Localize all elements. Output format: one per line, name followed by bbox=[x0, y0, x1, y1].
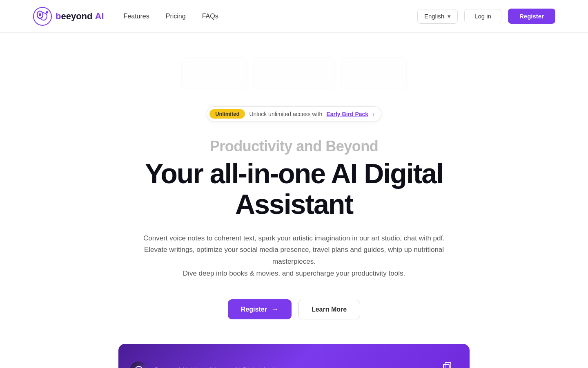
hero-desc-line1: Convert voice notes to coherent text, sp… bbox=[143, 234, 445, 242]
nav-link-pricing[interactable]: Pricing bbox=[166, 13, 186, 20]
copy-link-icon bbox=[441, 361, 453, 368]
badge-unlimited: Unlimited bbox=[209, 109, 245, 119]
decorative-card-3 bbox=[341, 57, 407, 90]
register-arrow-icon: → bbox=[271, 305, 278, 314]
svg-point-4 bbox=[135, 366, 143, 368]
register-hero-button[interactable]: Register → bbox=[228, 299, 292, 319]
register-hero-label: Register bbox=[241, 306, 267, 313]
hero-desc-line3: Dive deep into books & movies, and super… bbox=[183, 269, 405, 277]
badge-text: Unlock unlimited access with bbox=[249, 111, 322, 117]
logo-text: beeyond AI bbox=[56, 11, 104, 22]
nav-left: beeyond AI Features Pricing FAQs bbox=[33, 7, 218, 26]
navbar: beeyond AI Features Pricing FAQs English… bbox=[0, 0, 588, 33]
video-avatar bbox=[130, 361, 148, 368]
hero-description: Convert voice notes to coherent text, sp… bbox=[127, 233, 461, 280]
login-button[interactable]: Log in bbox=[464, 9, 501, 23]
nav-link-faqs[interactable]: FAQs bbox=[202, 13, 218, 20]
hero-section: Unlimited Unlock unlimited access with E… bbox=[0, 33, 588, 368]
register-nav-button[interactable]: Register bbox=[508, 9, 555, 24]
chevron-down-icon: ▾ bbox=[448, 13, 451, 20]
video-info: Beeyond AI: Your all-in-one AI Digital A… bbox=[130, 361, 289, 368]
hero-desc-line2: Elevate writings, optimize your social m… bbox=[144, 246, 444, 265]
nav-link-features[interactable]: Features bbox=[124, 13, 149, 20]
logo-icon bbox=[33, 7, 52, 26]
badge-link[interactable]: Early Bird Pack bbox=[326, 111, 368, 117]
badge-row: Unlimited Unlock unlimited access with E… bbox=[207, 106, 381, 121]
decorative-cards bbox=[181, 57, 407, 90]
video-card: Beeyond AI: Your all-in-one AI Digital A… bbox=[118, 344, 470, 368]
svg-rect-9 bbox=[443, 364, 449, 368]
beeyond-logo-small bbox=[134, 366, 144, 368]
svg-point-3 bbox=[46, 11, 48, 13]
logo[interactable]: beeyond AI bbox=[33, 7, 104, 26]
copy-link-button[interactable]: Copy link bbox=[437, 360, 458, 368]
learn-more-button[interactable]: Learn More bbox=[298, 300, 360, 319]
language-label: English bbox=[424, 13, 444, 20]
copy-icon bbox=[441, 360, 454, 368]
hero-subtitle: Productivity and Beyond bbox=[210, 138, 379, 155]
language-selector[interactable]: English ▾ bbox=[417, 9, 458, 24]
decorative-card-2 bbox=[253, 57, 335, 90]
badge-arrow-icon: › bbox=[372, 111, 374, 117]
hero-title: Your all-in-one AI Digital Assistant bbox=[110, 158, 478, 220]
cta-row: Register → Learn More bbox=[228, 299, 360, 319]
nav-right: English ▾ Log in Register bbox=[417, 9, 555, 24]
nav-links: Features Pricing FAQs bbox=[124, 13, 218, 20]
svg-point-2 bbox=[39, 13, 41, 16]
decorative-card-1 bbox=[181, 57, 247, 90]
